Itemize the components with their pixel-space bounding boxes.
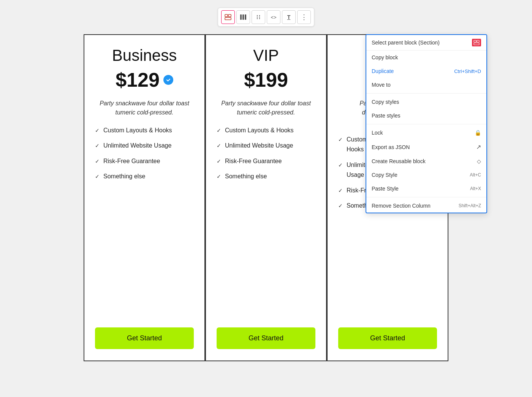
remove-section-label: Remove Section Column: [372, 203, 431, 209]
lock-label: Lock: [372, 130, 383, 136]
feature-item: ✓ Risk-Free Guarantee: [95, 157, 194, 165]
check-mark-icon: ✓: [95, 173, 100, 181]
feature-text: Usage: [347, 171, 364, 179]
code-icon-btn[interactable]: <>: [267, 10, 280, 24]
paste-styles-item[interactable]: Paste styles: [366, 109, 486, 122]
feature-text: Custom Layouts & Hooks: [225, 126, 294, 135]
duplicate-item[interactable]: Duplicate Ctrl+Shift+D: [366, 64, 486, 78]
check-mark-icon: ✓: [95, 158, 100, 165]
divider-2: [366, 124, 486, 124]
copy-style-label: Copy Style: [372, 172, 397, 178]
lock-item[interactable]: Lock 🔒: [366, 126, 486, 140]
check-badge-business: [163, 75, 173, 85]
move-to-label: Move to: [372, 82, 391, 88]
check-mark-icon: ✓: [217, 158, 221, 165]
copy-styles-item[interactable]: Copy styles: [366, 95, 486, 109]
section-icon-btn[interactable]: [221, 10, 235, 24]
feature-item: ✓ Something else: [95, 172, 194, 181]
svg-point-6: [257, 15, 258, 16]
copy-block-label: Copy block: [372, 54, 398, 60]
copy-block-item[interactable]: Copy block: [366, 51, 486, 64]
get-started-button-vip-1[interactable]: Get Started: [217, 327, 315, 349]
section-block-icon: [472, 39, 481, 46]
more-options-btn[interactable]: ⋮: [297, 10, 311, 24]
svg-rect-12: [474, 40, 476, 42]
check-mark-icon: ✓: [338, 202, 343, 210]
feature-text: Something else: [103, 172, 145, 181]
svg-rect-13: [477, 40, 479, 42]
svg-point-8: [257, 17, 258, 17]
context-menu-header-label: Select parent block (Section): [372, 40, 440, 46]
context-menu-header[interactable]: Select parent block (Section): [366, 35, 486, 51]
remove-section-item[interactable]: Remove Section Column Shift+Alt+Z: [366, 199, 486, 213]
feature-text: Hooks: [347, 145, 364, 154]
drag-handle-btn[interactable]: [252, 10, 265, 24]
copy-style-shortcut: Alt+C: [470, 172, 481, 178]
create-reusable-item[interactable]: Create Reusable block ◇: [366, 154, 486, 168]
divider-1: [366, 93, 486, 94]
create-reusable-label: Create Reusable block: [372, 158, 426, 164]
plan-name-vip-1: VIP: [217, 46, 315, 65]
price-row-vip-1: $199: [217, 68, 315, 91]
export-json-label: Export as JSON: [372, 144, 410, 150]
check-mark-icon: ✓: [338, 162, 343, 169]
export-json-item[interactable]: Export as JSON ↗: [366, 140, 486, 154]
feature-item: ✓ Unlimited Website Usage: [217, 141, 315, 150]
svg-rect-2: [225, 17, 231, 20]
feature-text: Custom Layouts & Hooks: [103, 126, 172, 135]
move-to-item[interactable]: Move to: [366, 78, 486, 92]
features-list-business: ✓ Custom Layouts & Hooks ✓ Unlimited Web…: [95, 126, 194, 316]
divider-3: [366, 197, 486, 197]
check-mark-icon: ✓: [217, 142, 221, 150]
check-mark-icon: ✓: [217, 127, 221, 135]
copy-style-item[interactable]: Copy Style Alt+C: [366, 168, 486, 182]
feature-item: ✓ Custom Layouts & Hooks: [95, 126, 194, 135]
feature-text: Risk-Free Guarantee: [103, 157, 160, 165]
remove-section-shortcut: Shift+Alt+Z: [459, 203, 481, 208]
svg-point-9: [259, 17, 260, 17]
check-mark-icon: ✓: [217, 173, 221, 181]
copy-styles-label: Copy styles: [372, 99, 399, 105]
description-vip-1: Party snackwave four dollar toast tumeri…: [217, 99, 315, 117]
duplicate-shortcut: Ctrl+Shift+D: [454, 68, 481, 74]
feature-text: Unlimited Website Usage: [103, 141, 171, 150]
paste-style-label: Paste Style: [372, 186, 399, 192]
export-icon: ↗: [476, 143, 481, 151]
svg-rect-1: [228, 14, 231, 17]
svg-rect-3: [240, 14, 242, 20]
feature-item: ✓ Something else: [217, 172, 315, 181]
svg-point-7: [259, 15, 260, 16]
text-format-btn[interactable]: T: [282, 10, 296, 24]
price-row-business: $129: [95, 68, 194, 91]
get-started-button-business[interactable]: Get Started: [95, 327, 194, 349]
pricing-card-vip-1: VIP $199 Party snackwave four dollar toa…: [205, 34, 327, 361]
features-list-vip-1: ✓ Custom Layouts & Hooks ✓ Unlimited Web…: [217, 126, 315, 316]
svg-rect-5: [245, 14, 246, 20]
price-business: $129: [116, 68, 160, 91]
svg-rect-4: [242, 14, 244, 20]
check-mark-icon: ✓: [338, 136, 343, 144]
columns-icon-btn[interactable]: [236, 10, 250, 24]
price-vip-1: $199: [244, 68, 288, 91]
description-business: Party snackwave four dollar toast tumeri…: [95, 99, 194, 117]
feature-text: Something else: [225, 172, 267, 181]
check-mark-icon: ✓: [95, 127, 100, 135]
feature-item: ✓ Unlimited Website Usage: [95, 141, 194, 150]
plan-name-business: Business: [95, 46, 194, 65]
lock-icon: 🔒: [475, 130, 481, 136]
svg-rect-14: [474, 43, 479, 45]
paste-style-shortcut: Alt+X: [470, 186, 481, 191]
feature-text: Unlimited Website Usage: [225, 141, 293, 150]
check-mark-icon: ✓: [338, 187, 343, 195]
editor-toolbar: <> T ⋮: [218, 8, 314, 27]
main-content: Business $129 Party snackwave four dolla…: [8, 34, 524, 361]
svg-point-11: [259, 18, 260, 19]
feature-item: ✓ Risk-Free Guarantee: [217, 157, 315, 165]
feature-text: Risk-Free Guarantee: [225, 157, 282, 165]
paste-styles-label: Paste styles: [372, 113, 400, 119]
svg-rect-0: [225, 14, 228, 17]
pricing-card-business: Business $129 Party snackwave four dolla…: [84, 34, 205, 361]
check-mark-icon: ✓: [95, 142, 100, 150]
get-started-button-vip-2[interactable]: Get Started: [338, 327, 437, 349]
paste-style-item[interactable]: Paste Style Alt+X: [366, 182, 486, 195]
